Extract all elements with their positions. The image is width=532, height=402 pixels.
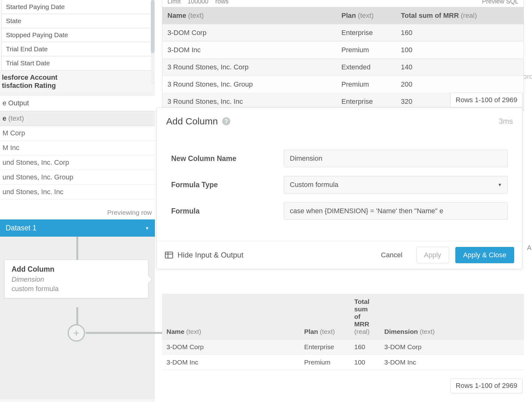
cell-name: 3-DOM Inc bbox=[162, 42, 336, 58]
pipeline-step-desc: custom formula bbox=[12, 285, 141, 293]
truncated-text: ɔro bbox=[523, 73, 532, 81]
svg-rect-0 bbox=[165, 252, 173, 258]
dialog-header: Add Column ? 3ms bbox=[157, 108, 522, 135]
th-mrr[interactable]: Total sum of MRR(real) bbox=[350, 294, 380, 339]
limit-value[interactable]: 100000 bbox=[187, 0, 208, 5]
chevron-down-icon[interactable]: ▼ bbox=[145, 226, 149, 231]
output-row[interactable]: und Stones, Inc. Group bbox=[0, 170, 155, 185]
cell-plan: Premium bbox=[336, 76, 396, 93]
select-formula-type[interactable]: Custom formula ▼ bbox=[284, 176, 508, 193]
cell-mrr: 160 bbox=[350, 339, 380, 354]
truncated-text: A bbox=[527, 244, 532, 252]
table-row[interactable]: 3 Round Stones, Inc. Corp Extended 140 bbox=[162, 59, 524, 76]
field-item[interactable]: Stopped Paying Date bbox=[1, 28, 154, 42]
dialog-title: Add Column ? bbox=[166, 116, 230, 127]
cell-dim: 3-DOM Corp bbox=[380, 339, 524, 354]
query-timing: 3ms bbox=[499, 117, 513, 126]
field-group-title: lesforce Account tisfaction Rating bbox=[0, 70, 155, 93]
card-caret-icon bbox=[148, 275, 152, 284]
output-row[interactable]: und Stones, Inc. Corp bbox=[0, 155, 155, 170]
row-count-badge: Rows 1-100 of 2969 bbox=[450, 93, 523, 108]
sidebar: Started Paying Date State Stopped Paying… bbox=[0, 0, 155, 402]
apply-close-button[interactable]: Apply & Close bbox=[455, 247, 514, 263]
row-count-badge: Rows 1-100 of 2969 bbox=[450, 378, 523, 393]
limit-label: Limit bbox=[167, 0, 181, 5]
dialog-body: New Column Name Dimension Formula Type C… bbox=[157, 135, 522, 241]
cell-name: 3 Round Stones, Inc. Corp bbox=[162, 59, 336, 76]
table-row[interactable]: 3-DOM Inc Premium 100 3-DOM Inc bbox=[162, 355, 524, 370]
cell-plan: Premium bbox=[336, 42, 396, 58]
label-formula: Formula bbox=[171, 207, 284, 215]
dataset-name: Dataset 1 bbox=[6, 224, 36, 232]
field-item[interactable]: Trial Start Date bbox=[1, 56, 154, 70]
output-row[interactable]: und Stones, Inc. Inc bbox=[0, 185, 155, 199]
th-name[interactable]: Name (text) bbox=[162, 7, 336, 24]
help-icon[interactable]: ? bbox=[222, 117, 230, 125]
hide-io-toggle[interactable]: Hide Input & Output bbox=[165, 251, 243, 259]
output-section-header: e Output bbox=[0, 95, 155, 111]
output-column-header: e (text) bbox=[0, 111, 155, 126]
result-table: Name (text) Plan (text) Total sum of MRR… bbox=[162, 294, 524, 370]
th-name[interactable]: Name (text) bbox=[162, 324, 300, 339]
table-row[interactable]: 3-DOM Inc Premium 100 bbox=[162, 42, 524, 59]
label-formula-type: Formula Type bbox=[171, 181, 284, 189]
add-column-dialog: Add Column ? 3ms New Column Name Dimensi… bbox=[156, 108, 523, 269]
scrollbar-thumb[interactable] bbox=[151, 0, 155, 53]
input-column-name[interactable]: Dimension bbox=[284, 150, 508, 167]
chevron-down-icon: ▼ bbox=[498, 182, 502, 187]
table-header-row: Name (text) Plan (text) Total sum of MRR… bbox=[162, 7, 524, 24]
pipeline-step-card[interactable]: Add Column Dimension custom formula bbox=[4, 260, 148, 298]
dialog-footer: Hide Input & Output Cancel Apply Apply &… bbox=[157, 241, 522, 269]
cell-dim: 3-DOM Inc bbox=[380, 355, 524, 370]
label-column-name: New Column Name bbox=[171, 154, 284, 163]
field-formula-type: Formula Type Custom formula ▼ bbox=[171, 176, 508, 193]
cell-name: 3-DOM Corp bbox=[162, 339, 300, 354]
field-formula: Formula case when {DIMENSION} = 'Name' t… bbox=[171, 202, 508, 220]
limit-bar: Limit 100000 rows Preview SQL bbox=[162, 0, 524, 7]
cell-name: 3 Round Stones, Inc. Group bbox=[162, 76, 336, 93]
pipeline-step-title: Add Column bbox=[12, 265, 141, 274]
cell-plan: Premium bbox=[300, 355, 350, 370]
hide-io-label: Hide Input & Output bbox=[177, 251, 243, 259]
cancel-button[interactable]: Cancel bbox=[373, 247, 410, 263]
cell-name: 3-DOM Corp bbox=[162, 24, 336, 41]
field-list: Started Paying Date State Stopped Paying… bbox=[0, 0, 155, 93]
preview-sql-link[interactable]: Preview SQL bbox=[482, 0, 519, 5]
apply-button[interactable]: Apply bbox=[416, 247, 449, 263]
field-item[interactable]: State bbox=[1, 14, 154, 28]
th-plan[interactable]: Plan (text) bbox=[336, 7, 396, 24]
input-formula[interactable]: case when {DIMENSION} = 'Name' then "Nam… bbox=[284, 202, 508, 220]
limit-rows: rows bbox=[215, 0, 228, 5]
field-item[interactable]: Started Paying Date bbox=[1, 0, 154, 14]
table-header-row: Name (text) Plan (text) Total sum of MRR… bbox=[162, 294, 524, 339]
output-row[interactable]: M Corp bbox=[0, 126, 155, 141]
th-plan[interactable]: Plan (text) bbox=[300, 324, 350, 339]
table-row[interactable]: 3 Round Stones, Inc. Group Premium 200 bbox=[162, 76, 524, 93]
dialog-title-text: Add Column bbox=[166, 116, 218, 127]
group-line: lesforce Account bbox=[2, 73, 58, 81]
output-col-name: e bbox=[3, 114, 6, 122]
cell-plan: Enterprise bbox=[300, 339, 350, 354]
field-item[interactable]: Trial End Date bbox=[1, 42, 154, 56]
pipe-connector bbox=[76, 237, 78, 260]
output-rows: M Corp M Inc und Stones, Inc. Corp und S… bbox=[0, 126, 155, 199]
table-row[interactable]: 3-DOM Corp Enterprise 160 bbox=[162, 24, 524, 42]
output-row[interactable]: M Inc bbox=[0, 141, 155, 155]
th-dimension[interactable]: Dimension (text) bbox=[380, 324, 524, 339]
cell-mrr: 160 bbox=[396, 24, 524, 41]
cell-plan: Enterprise bbox=[336, 24, 396, 41]
group-line: tisfaction Rating bbox=[2, 82, 56, 89]
add-step-button[interactable]: + bbox=[68, 324, 85, 342]
dataset-bar[interactable]: Dataset 1 ▼ bbox=[0, 219, 155, 237]
table-row[interactable]: 3-DOM Corp Enterprise 160 3-DOM Corp bbox=[162, 339, 524, 355]
pipeline-canvas: Add Column Dimension custom formula + bbox=[0, 237, 155, 399]
cell-mrr: 200 bbox=[396, 76, 524, 93]
th-mrr[interactable]: Total sum of MRR (real) bbox=[396, 7, 524, 24]
select-value: Custom formula bbox=[290, 181, 338, 189]
plus-icon: + bbox=[73, 327, 79, 339]
field-new-column-name: New Column Name Dimension bbox=[171, 150, 508, 167]
output-col-type: (text) bbox=[8, 114, 24, 122]
cell-name: 3-DOM Inc bbox=[162, 355, 300, 370]
scrollbar-track[interactable] bbox=[151, 0, 155, 84]
cell-mrr: 140 bbox=[396, 59, 524, 76]
